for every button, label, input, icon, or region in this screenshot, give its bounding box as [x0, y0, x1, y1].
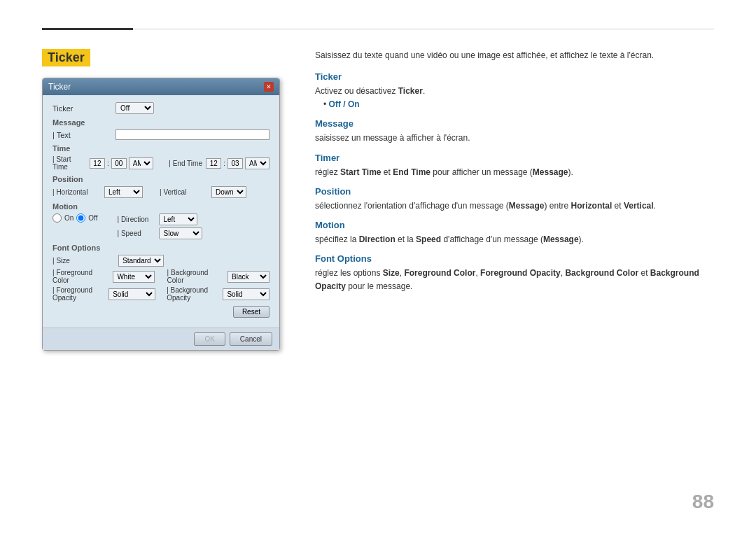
- motion-off-radio[interactable]: [76, 213, 85, 223]
- start-ampm-select[interactable]: AMPM: [129, 157, 153, 169]
- reset-button[interactable]: Reset: [233, 306, 270, 318]
- top-line-short: [42, 28, 133, 30]
- dialog-titlebar: Ticker ✕: [43, 78, 279, 95]
- fg-color-row: | Foreground Color WhiteBlack | Backgrou…: [52, 269, 270, 284]
- fg-color-label: | Foreground Color: [52, 269, 110, 284]
- right-timer-section: Timer réglez Start Time et End Time pour…: [315, 153, 714, 179]
- top-line-long: [133, 29, 714, 29]
- motion-heading: Motion: [315, 220, 714, 230]
- horizontal-label: | Horizontal: [52, 188, 102, 196]
- right-message-section: Message saisissez un message à afficher …: [315, 118, 714, 145]
- cancel-button[interactable]: Cancel: [230, 332, 272, 346]
- ticker-dialog: Ticker ✕ Ticker Off On Message | Text: [42, 78, 280, 351]
- end-hour-input[interactable]: 12: [206, 158, 221, 169]
- ticker-heading: Ticker: [315, 71, 714, 82]
- dialog-body: Ticker Off On Message | Text Time | Star…: [43, 95, 279, 328]
- vertical-select[interactable]: DownUp: [211, 186, 246, 198]
- top-decorative-lines: [42, 28, 714, 30]
- end-time-label: | End Time: [169, 160, 204, 167]
- time-separator-2: :: [223, 160, 225, 167]
- dialog-footer: OK Cancel: [43, 328, 279, 350]
- motion-radio-group: On Off: [52, 213, 98, 223]
- bg-opacity-select[interactable]: SolidTransparent: [223, 288, 270, 300]
- direction-label: | Direction: [118, 216, 156, 223]
- time-section-label: Time: [52, 144, 270, 153]
- end-ampm-select[interactable]: AMPM: [245, 157, 270, 169]
- left-panel: Ticker Ticker ✕ Ticker Off On Message | …: [42, 49, 308, 351]
- message-text-label: | Text: [52, 131, 115, 139]
- timer-heading: Timer: [315, 153, 714, 163]
- font-options-section: Font Options | Size StandardLargeSmall |…: [52, 244, 270, 318]
- right-motion-section: Motion spécifiez la Direction et la Spee…: [315, 220, 714, 246]
- motion-section: Motion On Off | Direction LeftRight: [52, 202, 270, 239]
- ticker-select[interactable]: Off On: [115, 102, 154, 114]
- font-options-label: Font Options: [52, 244, 270, 252]
- right-panel: Saisissez du texte quand une vidéo ou un…: [315, 49, 714, 301]
- start-time-label: | Start Time: [52, 155, 88, 171]
- fg-opacity-select[interactable]: SolidTransparent: [108, 288, 155, 300]
- dialog-close-button[interactable]: ✕: [264, 82, 274, 92]
- right-font-options-section: Font Options réglez les options Size, Fo…: [315, 253, 714, 293]
- ticker-row: Ticker Off On: [52, 102, 270, 114]
- ticker-desc: Activez ou désactivez Ticker. • Off / On: [315, 85, 714, 111]
- time-separator-1: :: [107, 160, 109, 167]
- right-position-section: Position sélectionnez l'orientation d'af…: [315, 186, 714, 213]
- fg-opacity-row: | Foreground Opacity SolidTransparent | …: [52, 286, 270, 302]
- direction-row: | Direction LeftRight: [118, 213, 202, 225]
- speed-label: | Speed: [118, 230, 156, 237]
- position-desc: sélectionnez l'orientation d'affichage d…: [315, 199, 714, 213]
- bg-color-select[interactable]: BlackWhite: [227, 271, 270, 283]
- motion-right-panel: | Direction LeftRight | Speed SlowMedium…: [118, 213, 202, 239]
- message-input[interactable]: [115, 129, 270, 140]
- end-min-input[interactable]: 03: [227, 158, 243, 169]
- ticker-bullet: • Off / On: [323, 98, 714, 111]
- motion-section-label: Motion: [52, 202, 270, 211]
- reset-row: Reset: [52, 306, 270, 318]
- ticker-field-label: Ticker: [52, 104, 115, 113]
- size-row: | Size StandardLargeSmall: [52, 255, 270, 267]
- message-desc: saisissez un message à afficher à l'écra…: [315, 132, 714, 145]
- motion-desc: spécifiez la Direction et la Speed d'aff…: [315, 233, 714, 246]
- message-heading: Message: [315, 118, 714, 129]
- direction-select[interactable]: LeftRight: [159, 213, 197, 225]
- horizontal-select[interactable]: LeftRightCenter: [104, 186, 143, 198]
- time-section: Time | Start Time 12 : 00 AMPM | End Tim…: [52, 144, 270, 171]
- dialog-title: Ticker: [48, 82, 71, 92]
- motion-on-label: On: [64, 214, 74, 222]
- start-hour-input[interactable]: 12: [90, 158, 105, 169]
- motion-content: On Off | Direction LeftRight | Speed: [52, 213, 270, 239]
- ok-button[interactable]: OK: [194, 332, 225, 346]
- position-section: Position | Horizontal LeftRightCenter | …: [52, 175, 270, 198]
- speed-row: | Speed SlowMediumFast: [118, 227, 202, 239]
- page-title: Ticker: [42, 49, 90, 66]
- start-min-input[interactable]: 00: [111, 158, 127, 169]
- right-ticker-section: Ticker Activez ou désactivez Ticker. • O…: [315, 71, 714, 111]
- size-select[interactable]: StandardLargeSmall: [118, 255, 164, 267]
- bg-color-label: | Background Color: [167, 269, 225, 284]
- fg-color-select[interactable]: WhiteBlack: [113, 271, 155, 283]
- start-time-row: | Start Time 12 : 00 AMPM | End Time 12 …: [52, 155, 270, 171]
- speed-select[interactable]: SlowMediumFast: [159, 227, 202, 239]
- message-section: Message | Text: [52, 118, 270, 140]
- motion-on-radio[interactable]: [52, 213, 62, 223]
- font-options-heading: Font Options: [315, 253, 714, 264]
- font-options-desc: réglez les options Size, Foreground Colo…: [315, 267, 714, 293]
- position-section-label: Position: [52, 175, 270, 183]
- fg-opacity-label: | Foreground Opacity: [52, 286, 106, 302]
- motion-off-label: Off: [88, 214, 97, 222]
- bg-opacity-label: | Background Opacity: [167, 286, 220, 302]
- position-heading: Position: [315, 186, 714, 197]
- vertical-label: | Vertical: [160, 188, 209, 196]
- timer-desc: réglez Start Time et End Time pour affic…: [315, 166, 714, 179]
- size-label: | Size: [52, 257, 115, 265]
- position-row: | Horizontal LeftRightCenter | Vertical …: [52, 186, 270, 198]
- page-number: 88: [692, 491, 714, 513]
- message-section-label: Message: [52, 118, 270, 127]
- message-row: | Text: [52, 129, 270, 140]
- intro-text: Saisissez du texte quand une vidéo ou un…: [315, 49, 714, 62]
